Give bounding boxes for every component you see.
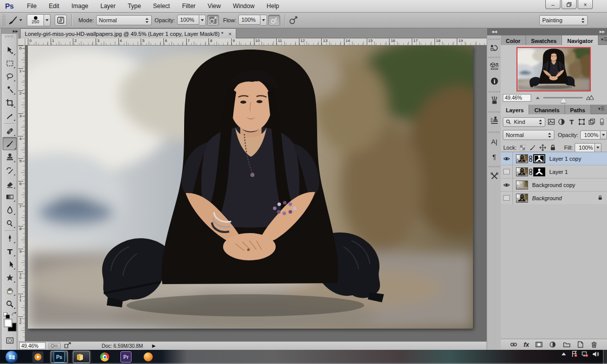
link-mask-icon[interactable] [528,168,533,176]
layer-row-background[interactable]: Background [501,192,607,205]
visibility-toggle[interactable] [501,192,513,205]
character-panel-icon[interactable]: A| [488,135,500,148]
rectangular-marquee-tool[interactable] [4,58,16,69]
tab-channels[interactable]: Channels [529,105,565,114]
visibility-toggle[interactable] [501,178,513,192]
navigator-zoom-slider[interactable] [543,97,583,99]
tab-color[interactable]: Color [501,35,526,45]
layer-fill-field[interactable]: 100% [575,143,595,152]
panels-expand-arrows[interactable]: ▶▶ [501,28,607,35]
document-tab[interactable]: Lonely-girl-miss-you-HD-wallpapers.jpg @… [20,28,236,38]
layer-name[interactable]: Background copy [532,182,575,188]
flow-arrow[interactable] [261,15,267,26]
volume-icon[interactable] [592,351,599,357]
history-panel-icon[interactable] [488,41,500,54]
filter-adjustment-layers-icon[interactable] [557,118,566,126]
options-gripper[interactable] [2,15,6,26]
info-panel-icon[interactable]: i [488,75,500,87]
show-desktop-button[interactable] [603,350,607,364]
minimize-button[interactable]: – [545,0,560,9]
eraser-tool[interactable] [4,178,16,189]
taskbar-chrome[interactable] [96,351,113,363]
menu-select[interactable]: Select [147,1,176,11]
filter-smart-objects-icon[interactable] [587,118,596,126]
custom-shape-tool[interactable] [4,272,16,283]
brush-picker-arrow[interactable] [44,14,51,26]
add-mask-icon[interactable] [535,341,543,348]
link-layers-icon[interactable] [510,341,517,348]
panel-menu-icon[interactable]: ▾☰ [598,35,607,44]
pen-tool[interactable] [4,233,16,244]
taskbar-file-explorer[interactable] [73,351,90,363]
taskbar-firefox[interactable] [140,351,157,363]
tab-layers[interactable]: Layers [501,105,529,114]
menu-file[interactable]: File [21,1,42,11]
layer-blend-mode-select[interactable]: Normal [503,130,554,140]
layer-opacity-arrow[interactable] [600,130,607,140]
toolbar-gripper[interactable] [5,35,14,37]
status-zoom-field[interactable]: 49.46% [19,342,46,349]
visibility-toggle[interactable] [501,165,513,178]
action-center-icon[interactable] [571,351,578,357]
visibility-toggle[interactable] [501,152,513,165]
layer-row-layer-1[interactable]: Layer 1 [501,165,607,178]
layer-row-background-copy[interactable]: Background copy [501,178,607,192]
taskbar-photoshop[interactable]: Ps [51,351,68,363]
tab-swatches[interactable]: Swatches [526,35,562,45]
toggle-brush-panel-button[interactable] [55,15,67,26]
layer-thumbnail[interactable] [516,167,528,176]
crop-tool[interactable] [4,97,16,108]
zoom-tool[interactable] [4,298,16,309]
canvas-pasteboard[interactable] [25,46,487,341]
eyedropper-tool[interactable] [4,110,16,121]
clone-source-panel-icon[interactable] [488,114,500,126]
brush-tool[interactable] [3,137,17,150]
layer-opacity-field[interactable]: 100% [580,130,600,140]
filter-type-layers-icon[interactable]: T [567,118,576,126]
type-tool[interactable]: T [4,246,16,257]
airbrush-button[interactable] [268,15,280,26]
taskbar-media-player[interactable] [29,351,47,363]
gradient-tool[interactable] [4,191,16,202]
history-brush-tool[interactable] [4,165,16,176]
clone-stamp-tool[interactable] [4,152,16,163]
layer-name[interactable]: Background [532,195,562,201]
layer-mask-thumbnail[interactable] [533,154,545,163]
brush-preset-picker[interactable]: 250 [27,14,44,26]
dock-collapse-arrows[interactable]: ◀◀ [487,28,501,35]
layer-style-icon[interactable]: fx [524,341,529,348]
delete-layer-icon[interactable] [590,341,598,348]
filter-toggle-switch[interactable] [597,118,606,126]
paragraph-panel-icon[interactable]: ¶ [488,151,500,163]
spot-healing-brush-tool[interactable] [4,125,16,136]
menu-edit[interactable]: Edit [42,1,65,11]
brush-presets-panel-icon[interactable] [488,94,500,106]
foreground-background-swatches[interactable] [4,318,17,334]
lock-transparency-icon[interactable] [518,144,527,152]
status-share-icon[interactable] [64,342,71,349]
layer-fill-arrow[interactable] [595,143,601,152]
menu-type[interactable]: Type [122,1,147,11]
canvas-image[interactable] [28,46,473,329]
layer-mask-thumbnail[interactable] [533,167,545,176]
layer-thumbnail[interactable] [516,180,528,190]
quick-mask-button[interactable] [4,335,16,346]
layer-thumbnail[interactable] [516,154,528,163]
panel-menu-icon[interactable]: ▾☰ [595,105,607,114]
lock-position-icon[interactable] [538,144,547,152]
link-mask-icon[interactable] [528,155,533,163]
magic-wand-tool[interactable] [4,84,16,95]
3d-panel-icon[interactable] [488,60,500,72]
tab-navigator[interactable]: Navigator [562,35,598,45]
opacity-arrow[interactable] [199,15,206,26]
opacity-field[interactable]: 100% [177,15,199,25]
status-gears-icon[interactable] [49,343,61,349]
pressure-opacity-button[interactable] [207,15,219,26]
layer-thumbnail[interactable] [516,194,528,203]
navigator-proxy-view[interactable] [516,47,591,92]
lock-pixels-icon[interactable] [528,144,537,152]
blur-tool[interactable] [4,204,16,215]
lasso-tool[interactable] [4,71,16,82]
menu-view[interactable]: View [202,1,227,11]
tab-paths[interactable]: Paths [565,105,591,114]
